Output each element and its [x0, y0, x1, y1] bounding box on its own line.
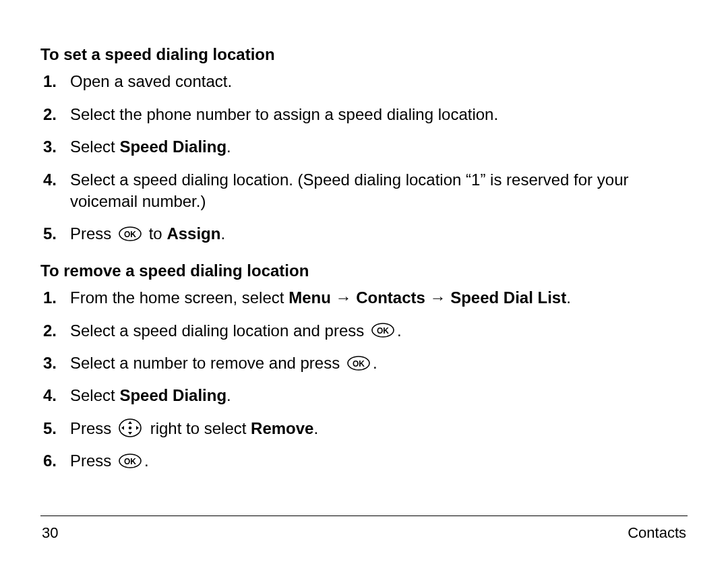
- step-number: 4.: [40, 385, 70, 406]
- ok-button-icon: OK: [119, 226, 142, 241]
- text-fragment: .: [313, 419, 318, 437]
- svg-text:OK: OK: [353, 358, 365, 368]
- chapter-name: Contacts: [628, 524, 686, 542]
- page-number: 30: [42, 524, 58, 542]
- step-number: 4.: [40, 169, 70, 191]
- step-number: 2.: [40, 104, 70, 125]
- section-heading-remove: To remove a speed dialing location: [40, 260, 688, 282]
- step-number: 3.: [40, 136, 70, 158]
- list-item: 6. Press OK .: [40, 450, 688, 472]
- step-text: Press right to select Remove.: [70, 418, 688, 439]
- text-fragment: .: [220, 224, 225, 243]
- step-text: Select a speed dialing location and pres…: [70, 320, 688, 342]
- step-text: Select the phone number to assign a spee…: [70, 104, 688, 125]
- list-item: 2. Select the phone number to assign a s…: [40, 104, 688, 125]
- steps-list-remove: 1. From the home screen, select Menu → C…: [40, 287, 688, 472]
- list-item: 1. From the home screen, select Menu → C…: [40, 287, 688, 309]
- text-fragment: .: [566, 288, 571, 307]
- list-item: 4. Select a speed dialing location. (Spe…: [40, 169, 688, 213]
- step-text: Select a speed dialing location. (Speed …: [70, 169, 688, 213]
- text-fragment: .: [144, 451, 149, 470]
- text-fragment: Select: [70, 386, 119, 404]
- list-item: 1. Open a saved contact.: [40, 71, 688, 92]
- list-item: 3. Select Speed Dialing.: [40, 136, 688, 158]
- list-item: 5. Press right to select Remove: [40, 418, 688, 439]
- text-fragment: .: [397, 321, 402, 340]
- list-item: 5. Press OK to Assign.: [40, 223, 688, 245]
- step-number: 1.: [40, 287, 70, 309]
- svg-text:OK: OK: [124, 456, 136, 466]
- bold-term: Speed Dialing: [119, 386, 226, 404]
- step-text: Select Speed Dialing.: [70, 385, 688, 406]
- step-number: 2.: [40, 320, 70, 342]
- text-fragment: .: [373, 354, 377, 372]
- ok-button-icon: OK: [347, 356, 370, 371]
- svg-point-11: [129, 427, 131, 429]
- step-number: 3.: [40, 352, 70, 374]
- list-item: 4. Select Speed Dialing.: [40, 385, 688, 406]
- step-number: 1.: [40, 71, 70, 92]
- steps-list-set: 1. Open a saved contact. 2. Select the p…: [40, 71, 688, 245]
- step-text: From the home screen, select Menu → Cont…: [70, 287, 688, 309]
- page-footer: 30 Contacts: [40, 516, 688, 562]
- step-text: Press OK .: [70, 450, 688, 472]
- svg-marker-7: [128, 421, 132, 424]
- svg-marker-9: [121, 426, 124, 430]
- bold-term: Remove: [251, 419, 313, 437]
- step-text: Select Speed Dialing.: [70, 136, 688, 158]
- step-number: 5.: [40, 223, 70, 245]
- list-item: 2. Select a speed dialing location and p…: [40, 320, 688, 342]
- step-text: Select a number to remove and press OK .: [70, 352, 688, 374]
- navigation-key-icon: [119, 418, 142, 437]
- svg-text:OK: OK: [377, 326, 389, 336]
- text-fragment: Press: [70, 419, 116, 437]
- svg-marker-8: [128, 432, 132, 435]
- bold-term: Assign: [166, 224, 220, 243]
- section-heading-set: To set a speed dialing location: [40, 44, 688, 65]
- text-fragment: right to select: [150, 419, 251, 437]
- svg-text:OK: OK: [124, 230, 136, 239]
- step-number: 5.: [40, 418, 70, 439]
- text-fragment: Press: [70, 451, 116, 470]
- bold-term: Menu → Contacts → Speed Dial List: [289, 288, 566, 307]
- text-fragment: Select: [70, 137, 119, 156]
- ok-button-icon: OK: [119, 454, 142, 468]
- text-fragment: From the home screen, select: [70, 288, 289, 307]
- svg-marker-10: [136, 426, 139, 430]
- text-fragment: .: [226, 386, 231, 404]
- document-content: To set a speed dialing location 1. Open …: [40, 44, 688, 516]
- text-fragment: Press: [70, 224, 116, 243]
- ok-button-icon: OK: [371, 323, 394, 338]
- text-fragment: to: [149, 224, 167, 243]
- list-item: 3. Select a number to remove and press O…: [40, 352, 688, 374]
- text-fragment: Select a number to remove and press: [70, 354, 344, 372]
- document-page: To set a speed dialing location 1. Open …: [0, 0, 728, 562]
- bold-term: Speed Dialing: [119, 137, 226, 156]
- step-number: 6.: [40, 450, 70, 472]
- text-fragment: Select a speed dialing location and pres…: [70, 321, 369, 340]
- step-text: Press OK to Assign.: [70, 223, 688, 245]
- text-fragment: .: [226, 137, 231, 156]
- step-text: Open a saved contact.: [70, 71, 688, 92]
